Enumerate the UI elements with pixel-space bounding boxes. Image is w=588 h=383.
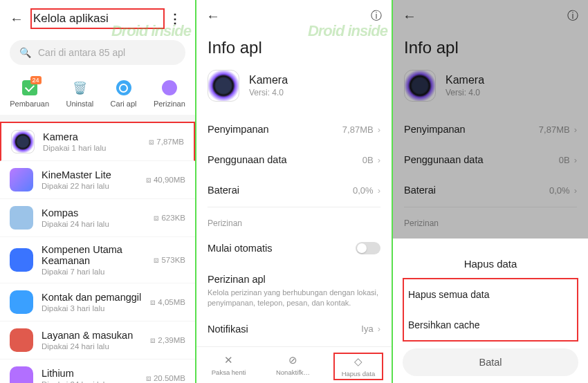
page-title: Info apl	[393, 28, 588, 70]
action-permissions[interactable]: Perizinan	[154, 80, 185, 108]
back-icon[interactable]: ←	[403, 8, 416, 24]
row-app-permissions[interactable]: Perizinan apl Kelola perizinan yang berh…	[196, 264, 392, 314]
shield-icon	[162, 80, 177, 95]
cancel-button[interactable]: Batal	[403, 348, 578, 376]
app-last-used: Dipakai 3 hari lalu	[42, 304, 142, 312]
clear-data-button[interactable]: ◇Hapus data	[333, 353, 384, 380]
app-size: ⧇ 573KB	[154, 256, 185, 265]
chevron-right-icon: ›	[378, 185, 380, 196]
app-size: ⧇ 623KB	[154, 214, 185, 223]
app-list-item[interactable]: KameraDipakai 1 hari lalu⧇ 7,87MB	[0, 122, 195, 161]
search-input[interactable]: 🔍 Cari di antara 85 apl	[10, 40, 185, 65]
app-list: KameraDipakai 1 hari lalu⧇ 7,87MBKineMas…	[0, 122, 195, 383]
app-last-used: Dipakai 24 hari lalu	[42, 342, 142, 351]
app-size: ⧇ 20.50MB	[146, 374, 185, 383]
app-version: Versi: 4.0	[445, 88, 484, 97]
back-icon[interactable]: ←	[206, 8, 220, 24]
search-apps-icon	[116, 80, 131, 95]
app-name: Kamera	[249, 74, 288, 86]
info-icon[interactable]: ⓘ	[567, 9, 578, 24]
app-last-used: Dipakai 1 hari lalu	[43, 144, 140, 152]
storage-icon: ⧇	[149, 138, 154, 147]
search-icon: 🔍	[19, 47, 31, 58]
chevron-right-icon: ›	[378, 324, 380, 334]
storage-icon: ⧇	[154, 214, 159, 223]
chevron-right-icon: ›	[574, 124, 577, 135]
app-icon	[11, 130, 35, 153]
app-name: Layanan & masukan	[42, 330, 142, 341]
row-autostart[interactable]: Mulai otomatis	[196, 232, 392, 264]
row-battery[interactable]: Baterai 0,0% ›	[393, 175, 588, 205]
app-icon	[10, 206, 33, 230]
pane-manage-apps: ← Kelola aplikasi ⋮ Droid inside 🔍 Cari …	[0, 0, 196, 383]
disable-icon: ⊘	[287, 354, 300, 366]
app-size: ⧇ 40,90MB	[146, 176, 185, 185]
app-icon	[10, 290, 33, 314]
app-icon	[10, 248, 33, 272]
app-size: ⧇ 7,87MB	[149, 138, 184, 147]
app-list-item[interactable]: KompasDipakai 24 hari lalu⧇ 623KB	[0, 199, 195, 237]
app-icon	[208, 70, 239, 102]
autostart-toggle[interactable]	[356, 242, 380, 254]
app-version: Versi: 4.0	[249, 88, 288, 97]
clear-cache-option[interactable]: Bersihkan cache	[404, 310, 577, 340]
app-icon	[10, 366, 33, 383]
app-list-item[interactable]: Kompenen Utama KeamananDipakai 7 hari la…	[0, 237, 195, 283]
update-icon: 24	[22, 80, 37, 95]
app-size: ⧇ 2,39MB	[150, 336, 185, 345]
row-battery[interactable]: Baterai 0,0% ›	[196, 175, 392, 205]
storage-icon: ⧇	[154, 256, 159, 265]
app-last-used: Dipakai 24 hari lalu	[42, 380, 138, 383]
app-icon	[404, 70, 436, 102]
action-update[interactable]: 24 Pembaruan	[10, 80, 49, 108]
app-name: Kamera	[445, 74, 484, 86]
app-last-used: Dipakai 24 hari lalu	[42, 220, 145, 228]
storage-icon: ⧇	[150, 298, 156, 307]
app-icon	[10, 328, 33, 352]
row-notifications[interactable]: Notifikasi Iya ›	[196, 314, 392, 344]
disable-button[interactable]: ⊘Nonaktifk…	[269, 353, 317, 380]
eraser-icon: ◇	[352, 355, 365, 368]
app-list-item[interactable]: Layanan & masukanDipakai 24 hari lalu⧇ 2…	[0, 321, 195, 359]
sheet-title: Hapus data	[393, 247, 588, 278]
back-icon[interactable]: ←	[10, 11, 24, 27]
clear-data-sheet: Hapus data Hapus semua data Bersihkan ca…	[393, 247, 588, 383]
pane-app-info: ← ⓘ Droid inside Info apl Kamera Versi: …	[196, 0, 393, 383]
chevron-right-icon: ›	[378, 155, 380, 165]
app-last-used: Dipakai 7 hari lalu	[42, 268, 145, 276]
page-title: Info apl	[196, 28, 392, 70]
row-storage[interactable]: Penyimpanan 7,87MB ›	[196, 114, 392, 144]
app-list-item[interactable]: Kontak dan pemanggilDipakai 3 hari lalu⧇…	[0, 283, 195, 321]
app-size: ⧇ 4,05MB	[150, 298, 185, 307]
row-storage[interactable]: Penyimpanan 7,87MB ›	[393, 114, 588, 144]
app-name: Kontak dan pemanggil	[42, 292, 142, 303]
row-data-usage[interactable]: Penggunaan data 0B ›	[393, 144, 588, 175]
chevron-right-icon: ›	[574, 155, 577, 165]
page-title: Kelola aplikasi	[30, 8, 165, 29]
app-list-item[interactable]: LithiumDipakai 24 hari lalu⧇ 20.50MB	[0, 359, 195, 383]
action-search[interactable]: Cari apl	[111, 80, 137, 108]
trash-icon: 🗑️	[72, 80, 87, 95]
section-permissions: Perizinan	[393, 209, 588, 232]
storage-icon: ⧇	[150, 336, 156, 345]
close-icon: ✕	[223, 354, 235, 366]
app-name: Lithium	[42, 368, 138, 379]
app-name: Kamera	[43, 131, 140, 142]
app-list-item[interactable]: KineMaster LiteDipakai 22 hari lalu⧇ 40,…	[0, 161, 195, 199]
divider	[0, 115, 195, 122]
app-last-used: Dipakai 22 hari lalu	[42, 182, 138, 190]
section-permissions: Perizinan	[196, 209, 392, 232]
storage-icon: ⧇	[146, 176, 151, 185]
clear-all-data-option[interactable]: Hapus semua data	[404, 279, 577, 310]
app-name: Kompenen Utama Keamanan	[42, 244, 145, 266]
app-name: Kompas	[42, 207, 145, 218]
chevron-right-icon: ›	[574, 185, 577, 196]
chevron-right-icon: ›	[378, 124, 380, 135]
app-name: KineMaster Lite	[42, 169, 138, 180]
action-uninstall[interactable]: 🗑️ Uninstal	[66, 80, 93, 108]
row-data-usage[interactable]: Penggunaan data 0B ›	[196, 144, 392, 175]
more-icon[interactable]: ⋮	[165, 11, 185, 26]
force-stop-button[interactable]: ✕Paksa henti	[205, 353, 253, 380]
pane-app-info-sheet: ← ⓘ Info apl Kamera Versi: 4.0 Penyimpan…	[393, 0, 588, 383]
info-icon[interactable]: ⓘ	[371, 9, 382, 24]
